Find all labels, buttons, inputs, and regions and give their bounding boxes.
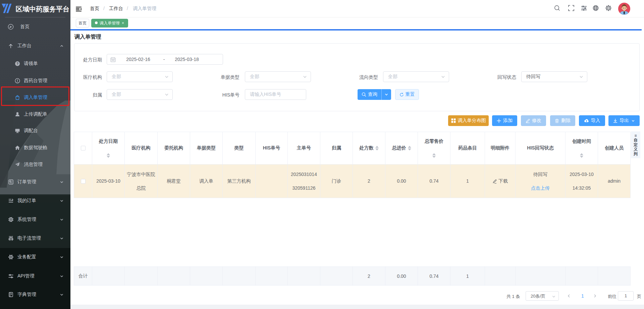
svg-text:?: ? bbox=[16, 62, 18, 66]
